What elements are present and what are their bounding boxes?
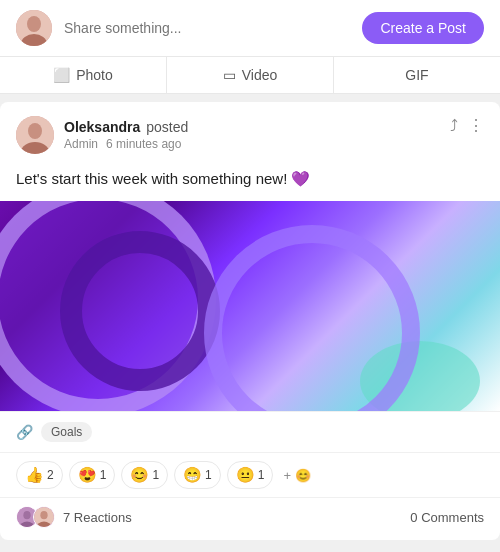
image-shape-1 (60, 231, 220, 391)
video-icon: ▭ (223, 67, 236, 83)
grin-emoji: 😁 (183, 466, 202, 484)
reaction-smile[interactable]: 😊 1 (121, 461, 168, 489)
svg-point-7 (23, 511, 30, 519)
post-image (0, 201, 500, 411)
post-role: Admin (64, 137, 98, 151)
reaction-grin[interactable]: 😁 1 (174, 461, 221, 489)
footer-comments-text[interactable]: 0 Comments (410, 510, 484, 525)
thumbsup-count: 2 (47, 468, 54, 482)
footer-avatars (16, 506, 55, 528)
reactions-row: 👍 2 😍 1 😊 1 😁 1 😐 1 + 😊 (0, 452, 500, 497)
reaction-neutral[interactable]: 😐 1 (227, 461, 274, 489)
neutral-emoji: 😐 (236, 466, 255, 484)
tab-photo-label: Photo (76, 67, 113, 83)
footer-reactions-text[interactable]: 7 Reactions (63, 510, 132, 525)
tag-goals[interactable]: Goals (41, 422, 92, 442)
svg-point-4 (28, 123, 42, 139)
reaction-thumbsup[interactable]: 👍 2 (16, 461, 63, 489)
neutral-count: 1 (258, 468, 265, 482)
post-tags: 🔗 Goals (0, 411, 500, 452)
post-author-avatar (16, 116, 54, 154)
photo-icon: ⬜ (53, 67, 70, 83)
heart-eyes-emoji: 😍 (78, 466, 97, 484)
tab-video[interactable]: ▭ Video (167, 57, 334, 93)
smile-count: 1 (152, 468, 159, 482)
grin-count: 1 (205, 468, 212, 482)
add-reaction-button[interactable]: + 😊 (283, 468, 310, 483)
post-header: Oleksandra posted Admin 6 minutes ago ⤴ … (0, 102, 500, 164)
post-verb: posted (146, 119, 188, 135)
post-header-actions: ⤴ ⋮ (450, 116, 484, 135)
smile-emoji: 😊 (130, 466, 149, 484)
heart-eyes-count: 1 (100, 468, 107, 482)
image-shape-teal (360, 341, 480, 411)
tab-gif[interactable]: GIF (334, 57, 500, 93)
svg-point-1 (27, 16, 41, 32)
footer-left: 7 Reactions (16, 506, 132, 528)
post-time: 6 minutes ago (106, 137, 181, 151)
post-author-name: Oleksandra (64, 119, 140, 135)
create-post-bar: Create a Post (0, 0, 500, 57)
add-reaction-label: + 😊 (283, 468, 310, 483)
tab-video-label: Video (242, 67, 278, 83)
share-input[interactable] (64, 20, 350, 36)
thumbsup-emoji: 👍 (25, 466, 44, 484)
post-footer: 7 Reactions 0 Comments (0, 497, 500, 540)
tab-photo[interactable]: ⬜ Photo (0, 57, 167, 93)
post-card: Oleksandra posted Admin 6 minutes ago ⤴ … (0, 102, 500, 540)
create-post-button[interactable]: Create a Post (362, 12, 484, 44)
post-meta: Oleksandra posted Admin 6 minutes ago (64, 119, 188, 151)
reaction-heart-eyes[interactable]: 😍 1 (69, 461, 116, 489)
post-text: Let's start this week with something new… (0, 164, 500, 201)
more-options-icon[interactable]: ⋮ (468, 116, 484, 135)
svg-point-10 (40, 511, 47, 519)
create-post-avatar (16, 10, 52, 46)
footer-avatar-2 (33, 506, 55, 528)
share-icon[interactable]: ⤴ (450, 117, 458, 135)
media-tabs: ⬜ Photo ▭ Video GIF (0, 57, 500, 94)
tag-icon: 🔗 (16, 424, 33, 440)
tab-gif-label: GIF (405, 67, 428, 83)
